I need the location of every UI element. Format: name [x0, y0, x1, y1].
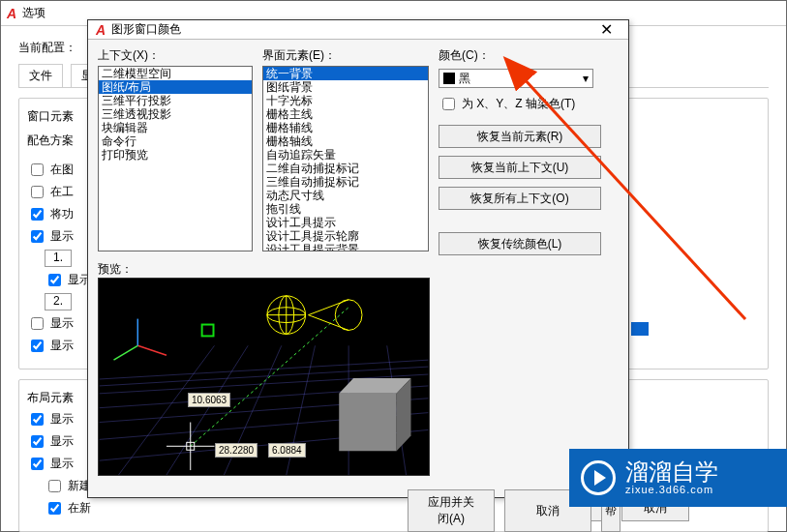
- close-icon[interactable]: ✕: [592, 20, 621, 39]
- color-swatch: [443, 73, 455, 84]
- dialog-footer: 应用并关闭(A) 取消 帮: [88, 484, 628, 532]
- chk-show3[interactable]: [31, 317, 44, 330]
- play-icon: [581, 460, 616, 495]
- list-item[interactable]: 图纸背景: [263, 80, 428, 94]
- chk-in-image-label: 在图: [50, 162, 74, 178]
- color-value: 黑: [459, 71, 470, 87]
- chk-l1[interactable]: [31, 413, 44, 426]
- list-item[interactable]: 栅格轴线: [263, 134, 428, 148]
- restore-classic-button[interactable]: 恢复传统颜色(L): [439, 232, 601, 255]
- svg-line-15: [114, 345, 138, 360]
- list-item[interactable]: 块编辑器: [99, 121, 252, 134]
- chk-in-tool-label: 在工: [50, 184, 74, 200]
- list-item[interactable]: 命令行: [99, 134, 252, 148]
- chk-show4-label: 显示: [50, 338, 74, 354]
- preview-canvas: 10.6063 28.2280 6.0884: [98, 278, 430, 476]
- chk-l4[interactable]: [48, 480, 61, 492]
- color-dropdown[interactable]: 黑 ▾: [439, 69, 593, 88]
- preview-label: 预览：: [98, 261, 619, 278]
- list-item[interactable]: 栅格主线: [263, 107, 428, 121]
- watermark: 溜溜自学 zixue.3d66.com: [569, 449, 787, 507]
- tab-file[interactable]: 文件: [18, 64, 63, 87]
- list-item[interactable]: 动态尺寸线: [263, 189, 428, 202]
- elements-listbox[interactable]: 统一背景图纸背景十字光标栅格主线栅格辅线栅格轴线自动追踪矢量二维自动捕捉标记三维…: [262, 66, 429, 251]
- colors-dialog: A 图形窗口颜色 ✕ 上下文(X)： 二维模型空间图纸/布局三维平行投影三维透视…: [87, 19, 629, 498]
- list-item[interactable]: 设计工具提示背景: [263, 243, 428, 251]
- dialog-titlebar: A 图形窗口颜色 ✕: [88, 20, 628, 40]
- list-item[interactable]: 三维自动捕捉标记: [263, 175, 428, 189]
- chk-l5[interactable]: [48, 502, 61, 515]
- restore-context-button[interactable]: 恢复当前上下文(U): [439, 156, 601, 179]
- chk-show1[interactable]: [31, 230, 44, 243]
- chk-in-image[interactable]: [31, 163, 44, 176]
- list-item[interactable]: 二维自动捕捉标记: [263, 162, 428, 175]
- list-item[interactable]: 三维平行投影: [99, 94, 252, 107]
- num2[interactable]: 2.: [45, 293, 72, 310]
- elements-label: 界面元素(E)：: [262, 47, 429, 64]
- chk-func-label: 将功: [50, 206, 74, 222]
- svg-rect-20: [202, 325, 214, 337]
- chk-show2[interactable]: [48, 274, 61, 286]
- chk-show4[interactable]: [31, 340, 44, 352]
- restore-current-button[interactable]: 恢复当前元素(R): [439, 125, 601, 148]
- list-item[interactable]: 设计工具提示轮廓: [263, 229, 428, 243]
- chk-show1-label: 显示: [50, 228, 74, 245]
- svg-line-7: [118, 345, 214, 475]
- chk-in-tool[interactable]: [31, 186, 44, 198]
- chk-l1-label: 显示: [50, 411, 74, 428]
- list-item[interactable]: 图纸/布局: [99, 80, 252, 94]
- svg-line-14: [137, 345, 166, 355]
- chk-show3-label: 显示: [50, 315, 74, 332]
- context-label: 上下文(X)：: [98, 47, 253, 64]
- app-logo-small: A: [96, 22, 106, 38]
- list-item[interactable]: 三维透视投影: [99, 107, 252, 121]
- app-logo: A: [7, 6, 16, 21]
- chk-l2[interactable]: [31, 435, 44, 448]
- preview-tooltip-1: 10.6063: [188, 393, 230, 407]
- list-item[interactable]: 设计工具提示: [263, 216, 428, 229]
- chk-l2-label: 显示: [50, 433, 74, 450]
- svg-marker-26: [339, 394, 396, 451]
- list-item[interactable]: 拖引线: [263, 202, 428, 216]
- restore-all-button[interactable]: 恢复所有上下文(O): [439, 187, 601, 210]
- watermark-main: 溜溜自学: [625, 460, 718, 484]
- list-item[interactable]: 十字光标: [263, 94, 428, 107]
- decorative-strip: [631, 322, 649, 336]
- num1[interactable]: 1.: [45, 250, 72, 267]
- chk-tint-xyz[interactable]: [442, 98, 455, 110]
- preview-tooltip-2a: 28.2280: [215, 443, 257, 458]
- options-title: 选项: [22, 5, 45, 21]
- list-item[interactable]: 统一背景: [263, 67, 428, 80]
- tint-label: 为 X、Y、Z 轴染色(T): [462, 96, 575, 112]
- chevron-down-icon: ▾: [583, 72, 589, 85]
- context-listbox[interactable]: 二维模型空间图纸/布局三维平行投影三维透视投影块编辑器命令行打印预览: [98, 66, 253, 251]
- apply-close-button[interactable]: 应用并关闭(A): [408, 489, 495, 532]
- chk-l3-label: 显示: [50, 456, 74, 472]
- color-label: 颜色(C)：: [439, 47, 619, 64]
- dialog-title: 图形窗口颜色: [111, 21, 592, 38]
- list-item[interactable]: 二维模型空间: [99, 67, 252, 80]
- chk-func[interactable]: [31, 208, 44, 221]
- list-item[interactable]: 打印预览: [99, 148, 252, 162]
- preview-tooltip-2b: 6.0884: [268, 443, 306, 458]
- watermark-sub: zixue.3d66.com: [625, 484, 718, 495]
- list-item[interactable]: 自动追踪矢量: [263, 148, 428, 162]
- list-item[interactable]: 栅格辅线: [263, 121, 428, 134]
- chk-l3[interactable]: [31, 458, 44, 470]
